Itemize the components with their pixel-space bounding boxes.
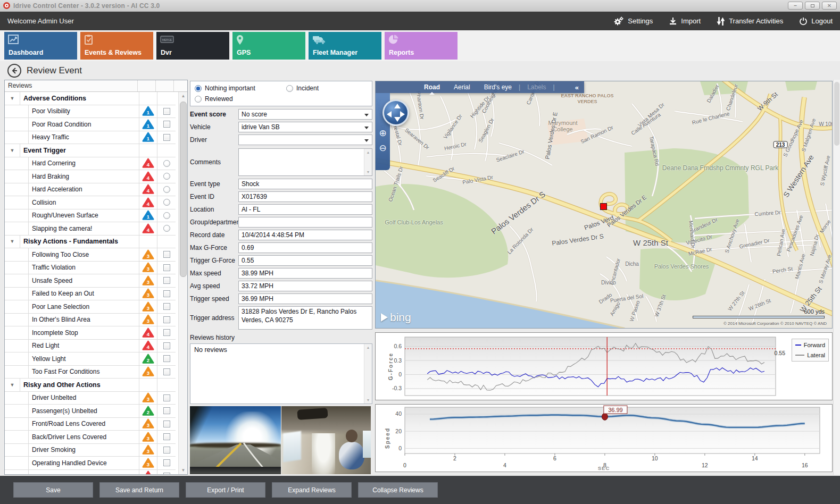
checkbox-unchecked[interactable] [163, 355, 170, 362]
review-item-operating-handled-device[interactable]: Operating Handled Device3 [5, 457, 176, 470]
driver-dropdown[interactable] [238, 135, 372, 145]
event-score-dropdown[interactable]: No score [238, 109, 372, 120]
review-item-passenger-s-unbelted[interactable]: Passenger(s) Unbelted2 [5, 405, 176, 418]
checkbox-unchecked[interactable] [163, 433, 170, 440]
forward-camera-video[interactable] [190, 406, 281, 474]
scroll-down-icon[interactable]: ▼ [364, 169, 372, 175]
tab-fleet-manager[interactable]: Fleet Manager [309, 32, 381, 60]
review-item-driver-unbelted[interactable]: Driver Unbelted3 [5, 392, 176, 405]
collapse-arrow-icon[interactable]: ▼ [5, 379, 20, 391]
map[interactable]: EAST RANCHO PALOSVERDESMarymountCollegeD… [375, 81, 833, 329]
review-item-slapping-the-camera[interactable]: Slapping the camera!4 [5, 222, 176, 236]
close-button[interactable]: ✕ [822, 2, 837, 10]
main-scrollbar[interactable] [833, 80, 840, 475]
review-item-hard-cornering[interactable]: Hard Cornering4 [5, 157, 176, 171]
event-type-field[interactable]: Shock [238, 179, 372, 189]
radio-unselected[interactable] [163, 173, 170, 180]
reviews-scrollbar[interactable]: ▲ ▼ [178, 92, 187, 474]
trigger-address-field[interactable]: 31828 Palos Verdes Dr E, Rancho Palos Ve… [238, 306, 372, 330]
map-compass[interactable] [382, 99, 409, 126]
review-item-yellow-light[interactable]: Yellow Light2 [5, 352, 176, 366]
review-item-driver-smoking[interactable]: Driver Smoking3 [5, 444, 176, 457]
checkbox-unchecked[interactable] [163, 121, 170, 128]
review-item-failed-to-keep-an-out[interactable]: Failed to Keep an Out3 [5, 288, 176, 301]
vehicle-dropdown[interactable]: idrive Van SB [238, 122, 372, 132]
map-view-bird-s-eye[interactable]: Bird's eye [477, 83, 519, 91]
review-item-traffic-violation[interactable]: Traffic Violation3 [5, 262, 176, 275]
back-button[interactable] [7, 64, 21, 78]
history-scrollbar[interactable]: ▲ ▼ [364, 344, 372, 404]
minimize-button[interactable]: – [788, 2, 803, 10]
max-speed-field[interactable]: 38.99 MPH [238, 268, 372, 279]
tab-reports[interactable]: Reports [385, 32, 458, 60]
trigger-speed-field[interactable]: 36.99 MPH [238, 293, 372, 304]
checkbox-unchecked[interactable] [163, 394, 170, 401]
map-zoom-in-icon[interactable]: ⊕ [378, 128, 388, 138]
radio-unselected[interactable] [163, 212, 170, 219]
checkbox-unchecked[interactable] [163, 447, 170, 453]
group-department-field[interactable] [238, 217, 372, 228]
tab-events-reviews[interactable]: Events & Reviews [80, 32, 153, 60]
review-item-heavy-traffic[interactable]: Heavy Traffic1 [5, 131, 176, 145]
review-item-unsafe-speed[interactable]: Unsafe Speed3 [5, 274, 176, 288]
review-item-incomplete-stop[interactable]: Incomplete Stop4 [5, 326, 176, 340]
review-item-in-other-s-blind-area[interactable]: In Other's Blind Area3 [5, 314, 176, 327]
review-item-rough-uneven-surface[interactable]: Rough/Uneven Surface1 [5, 209, 176, 223]
scrollbar-thumb[interactable] [834, 82, 839, 146]
scrollbar-thumb[interactable] [180, 102, 187, 277]
save-button[interactable]: Save [13, 482, 93, 498]
checkbox-unchecked[interactable] [163, 277, 170, 284]
review-group-adverse-conditions[interactable]: ▼Adverse Conditions [5, 92, 176, 105]
review-item-too-fast-for-conditions[interactable]: Too Fast For Conditions3 [5, 366, 176, 379]
review-group-risky-and-other-actions[interactable]: ▼Risky and Other Actions [5, 379, 176, 392]
review-item-poor-road-condition[interactable]: Poor Road Condition1 [5, 118, 176, 131]
review-group-risky-actions-fundamentals[interactable]: ▼Risky Actions - Fundamentals [5, 236, 176, 249]
event-id-field[interactable]: X017639 [238, 191, 372, 202]
logout-button[interactable]: Logout [799, 17, 833, 26]
scroll-down-icon[interactable]: ▼ [364, 397, 372, 404]
review-item-front-road-lens-covered[interactable]: Front/Road Lens Covered3 [5, 418, 176, 431]
radio-unselected[interactable] [163, 160, 170, 167]
map-view-road[interactable]: Road [417, 83, 447, 91]
location-field[interactable]: Al - FL [238, 204, 372, 215]
checkbox-unchecked[interactable] [163, 368, 170, 375]
export-print-button[interactable]: Export / Print [186, 482, 265, 498]
review-item-red-light[interactable]: Red Light4 [5, 340, 176, 353]
radio-unselected[interactable] [163, 199, 170, 206]
radio-unselected[interactable] [286, 85, 293, 92]
radio-unselected[interactable] [195, 96, 202, 103]
max-g-force-field[interactable]: 0.69 [238, 242, 372, 253]
review-item-hard-braking[interactable]: Hard Braking4 [5, 170, 176, 183]
review-item-poor-visibility[interactable]: Poor Visibility1 [5, 105, 176, 119]
checkbox-unchecked[interactable] [163, 421, 170, 427]
trigger-g-force-field[interactable]: 0.55 [238, 255, 372, 266]
maximize-button[interactable] [805, 2, 820, 10]
checkbox-unchecked[interactable] [163, 108, 170, 115]
driver-camera-video[interactable] [281, 406, 371, 474]
status-radio-nothing-important[interactable]: Nothing important [195, 83, 286, 93]
save-and-return-button[interactable]: Save and Return [99, 482, 179, 498]
transfer-activities-button[interactable]: Transfer Activities [717, 16, 783, 26]
review-item-back-driver-lens-covered[interactable]: Back/Driver Lens Covered3 [5, 431, 176, 444]
checkbox-unchecked[interactable] [163, 134, 170, 141]
scroll-up-icon[interactable]: ▲ [364, 149, 372, 156]
textarea-scrollbar[interactable]: ▲▼ [364, 149, 372, 175]
settings-button[interactable]: Settings [613, 16, 653, 26]
status-radio-incident[interactable]: Incident [286, 83, 361, 93]
checkbox-unchecked[interactable] [163, 459, 170, 466]
scroll-up-icon[interactable]: ▲ [364, 344, 372, 351]
radio-unselected[interactable] [163, 225, 170, 232]
map-view-aerial[interactable]: Aerial [447, 83, 477, 91]
comments-input[interactable]: ▲▼ [238, 148, 372, 176]
checkbox-unchecked[interactable] [163, 329, 170, 336]
review-item-poor-lane-selection[interactable]: Poor Lane Selection3 [5, 300, 176, 314]
checkbox-unchecked[interactable] [163, 264, 170, 271]
avg-speed-field[interactable]: 33.72 MPH [238, 281, 372, 291]
review-group-event-trigger[interactable]: ▼Event Trigger [5, 144, 176, 157]
review-item-item[interactable]: 4 [5, 470, 176, 475]
expand-reviews-button[interactable]: Expand Reviews [272, 482, 352, 498]
checkbox-unchecked[interactable] [163, 290, 170, 297]
checkbox-unchecked[interactable] [163, 251, 170, 258]
checkbox-unchecked[interactable] [163, 342, 170, 349]
radio-unselected[interactable] [163, 186, 170, 193]
